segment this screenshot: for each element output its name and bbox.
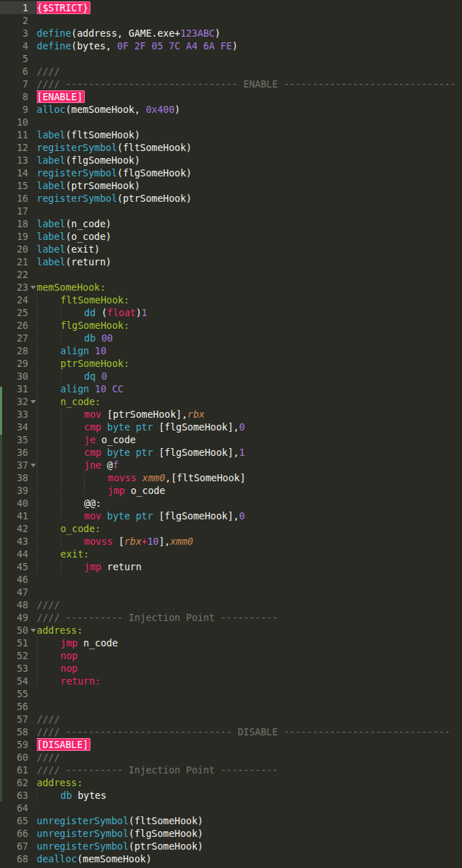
code-line[interactable]: 48//// <box>0 598 462 611</box>
number-token: 10 CC <box>95 382 124 395</box>
code-line[interactable]: 47 <box>0 586 462 598</box>
code-line[interactable]: 66unregisterSymbol(flgSomeHook) <box>0 827 462 840</box>
fold-column <box>28 687 37 700</box>
code-line[interactable]: 25dd (float)1 <box>0 306 462 319</box>
code-line[interactable]: 56 <box>0 700 462 713</box>
code-line[interactable]: 27db 00 <box>0 332 462 344</box>
register-token: rbx <box>124 535 141 548</box>
code-line[interactable]: 53nop <box>0 662 462 675</box>
fold-arrow-icon[interactable] <box>30 629 36 632</box>
code-line[interactable]: 8[ENABLE] <box>0 90 462 103</box>
code-line[interactable]: 30dq 0 <box>0 370 462 382</box>
code-line[interactable]: 63db bytes <box>0 789 462 802</box>
gutter: 48 <box>0 598 37 611</box>
fold-column <box>28 217 37 230</box>
code-content: label(fltSomeHook) <box>37 128 462 141</box>
code-line[interactable]: 7//// ------------------------------ ENA… <box>0 78 462 90</box>
gutter: 15 <box>0 179 37 192</box>
code-line[interactable]: 58//// ----------------------------- DIS… <box>0 725 462 738</box>
code-line[interactable]: 37jne @f <box>0 459 462 471</box>
code-line[interactable]: 11label(fltSomeHook) <box>0 128 462 141</box>
number-token: 123ABC <box>180 27 215 40</box>
code-line[interactable]: 60//// <box>0 751 462 764</box>
code-line[interactable]: 68dealloc(memSomeHook) <box>0 852 462 865</box>
gutter: 52 <box>0 649 37 662</box>
code-line[interactable]: 28align 10 <box>0 344 462 357</box>
line-number: 26 <box>0 319 28 332</box>
code-line[interactable]: 2 <box>0 14 462 27</box>
code-line[interactable]: 40@@: <box>0 497 462 510</box>
fold-arrow-icon[interactable] <box>30 286 36 289</box>
line-number: 35 <box>0 433 28 446</box>
line-number: 5 <box>0 52 28 65</box>
code-line[interactable]: 17 <box>0 205 462 217</box>
line-number: 59 <box>0 738 28 751</box>
code-line[interactable]: 5 <box>0 52 462 65</box>
code-line[interactable]: 16registerSymbol(ptrSomeHook) <box>0 192 462 205</box>
code-line[interactable]: 32n_code: <box>0 395 462 408</box>
code-line[interactable]: 49//// ---------- Injection Point ------… <box>0 611 462 624</box>
code-line[interactable]: 42o_code: <box>0 522 462 535</box>
code-line[interactable]: 54return: <box>0 675 462 687</box>
code-line[interactable]: 10 <box>0 116 462 128</box>
code-line[interactable]: 64 <box>0 802 462 814</box>
code-line[interactable]: 26flgSomeHook: <box>0 319 462 332</box>
code-line[interactable]: 22 <box>0 268 462 281</box>
code-line[interactable]: 33mov [ptrSomeHook],rbx <box>0 408 462 421</box>
command-token: byte ptr <box>107 446 153 459</box>
code-line[interactable]: 65unregisterSymbol(fltSomeHook) <box>0 814 462 827</box>
code-line[interactable]: 67unregisterSymbol(ptrSomeHook) <box>0 840 462 852</box>
code-line[interactable]: 13label(flgSomeHook) <box>0 154 462 167</box>
code-line[interactable]: 1{$STRICT} <box>0 1 462 14</box>
code-line[interactable]: 44exit: <box>0 548 462 560</box>
code-line[interactable]: 39jmp o_code <box>0 484 462 497</box>
code-line[interactable]: 6//// <box>0 65 462 78</box>
code-line[interactable]: 23memSomeHook: <box>0 281 462 294</box>
code-line[interactable]: 9alloc(memSomeHook, 0x400) <box>0 103 462 116</box>
line-number: 52 <box>0 649 28 662</box>
code-line[interactable]: 52nop <box>0 649 462 662</box>
fold-column <box>28 421 37 433</box>
code-line[interactable]: 59[DISABLE] <box>0 738 462 751</box>
code-line[interactable]: 46 <box>0 573 462 586</box>
fold-column <box>28 852 37 865</box>
fold-arrow-icon[interactable] <box>30 400 36 404</box>
code-line[interactable]: 3define(address, GAME.exe+123ABC) <box>0 27 462 40</box>
code-line[interactable]: 55 <box>0 687 462 700</box>
code-line[interactable]: 35je o_code <box>0 433 462 446</box>
line-number: 19 <box>0 230 28 243</box>
code-line[interactable]: 41mov byte ptr [flgSomeHook],0 <box>0 510 462 522</box>
code-line[interactable]: 15label(ptrSomeHook) <box>0 179 462 192</box>
code-line[interactable]: 21label(return) <box>0 255 462 268</box>
code-content: nop <box>37 662 462 675</box>
code-line[interactable]: 45jmp return <box>0 560 462 573</box>
gutter: 7 <box>0 78 37 90</box>
code-line[interactable]: 38movss xmm0,[fltSomeHook] <box>0 471 462 484</box>
fold-column <box>28 789 37 802</box>
code-line[interactable]: 34cmp byte ptr [flgSomeHook],0 <box>0 421 462 433</box>
line-number: 9 <box>0 103 28 116</box>
code-line[interactable]: 18label(n_code) <box>0 217 462 230</box>
code-line[interactable]: 31align 10 CC <box>0 382 462 395</box>
code-line[interactable]: 43movss [rbx+10],xmm0 <box>0 535 462 548</box>
code-line[interactable]: 50address: <box>0 624 462 637</box>
code-line[interactable]: 24fltSomeHook: <box>0 294 462 306</box>
code-line[interactable]: 61//// ---------- Injection Point ------… <box>0 764 462 776</box>
code-line[interactable]: 36cmp byte ptr [flgSomeHook],1 <box>0 446 462 459</box>
text-token: bytes <box>72 789 107 802</box>
code-line[interactable]: 4define(bytes, 0F 2F 05 7C A4 6A FE) <box>0 40 462 52</box>
code-line[interactable]: 20label(exit) <box>0 243 462 255</box>
fold-column <box>28 141 37 154</box>
indent-guide <box>61 446 85 459</box>
code-line[interactable]: 19label(o_code) <box>0 230 462 243</box>
code-line[interactable]: 14registerSymbol(flgSomeHook) <box>0 167 462 179</box>
code-line[interactable]: 62address: <box>0 776 462 789</box>
fold-column <box>28 459 37 471</box>
code-line[interactable]: 57//// <box>0 713 462 725</box>
code-editor-area[interactable]: 1{$STRICT}23define(address, GAME.exe+123… <box>0 0 462 868</box>
fold-arrow-icon[interactable] <box>30 464 36 467</box>
code-line[interactable]: 29ptrSomeHook: <box>0 357 462 370</box>
command-token: dd <box>84 306 95 319</box>
code-line[interactable]: 51jmp n_code <box>0 637 462 649</box>
code-line[interactable]: 12registerSymbol(fltSomeHook) <box>0 141 462 154</box>
